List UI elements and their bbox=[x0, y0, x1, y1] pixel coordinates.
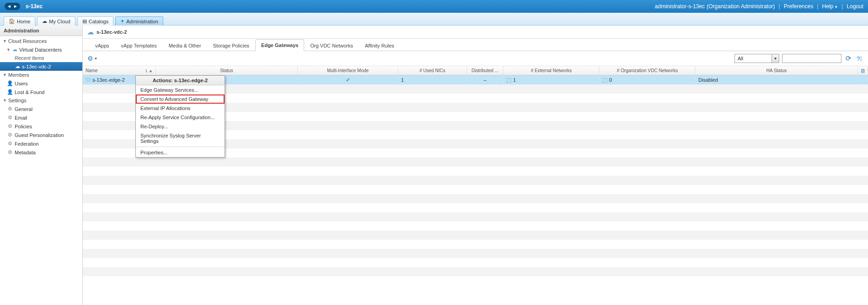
col-used-nics[interactable]: # Used NICs bbox=[398, 66, 467, 75]
tab-catalogs[interactable]: ▤ Catalogs bbox=[77, 16, 113, 26]
tab-administration-label: Administration bbox=[126, 19, 158, 24]
ctx-properties[interactable]: Properties... bbox=[136, 148, 225, 157]
tree-toggle-icon[interactable]: ▼ bbox=[6, 47, 11, 52]
tab-mycloud[interactable]: ☁ My Cloud bbox=[37, 16, 75, 26]
main-layout: Administration ▼ Cloud Resources ▼ ☁ Vir… bbox=[0, 26, 868, 305]
actions-gear-button[interactable]: ⚙ ▼ bbox=[87, 54, 97, 63]
col-org-vdc-networks[interactable]: # Organization VDC Networks bbox=[600, 66, 696, 75]
sidebar-general[interactable]: ⚙ General bbox=[0, 105, 82, 113]
logout-link[interactable]: Logout bbox=[847, 3, 863, 10]
tree-toggle-icon[interactable]: ▼ bbox=[3, 39, 7, 43]
label: Lost & Found bbox=[15, 89, 44, 95]
col-name[interactable]: Name 1 ▲ bbox=[83, 66, 156, 75]
sep: | bbox=[817, 3, 818, 10]
sidebar: Administration ▼ Cloud Resources ▼ ☁ Vir… bbox=[0, 26, 83, 305]
ctx-edge-services[interactable]: Edge Gateway Services... bbox=[136, 85, 225, 95]
breadcrumb: ☁ s-13ec-vdc-2 bbox=[83, 26, 868, 39]
refresh-button[interactable]: ⟳ bbox=[844, 54, 852, 63]
col-ha-status[interactable]: HA Status bbox=[696, 66, 858, 75]
sidebar-email[interactable]: ⚙ Email bbox=[0, 113, 82, 122]
table-row bbox=[83, 203, 868, 212]
user-icon: 👤 bbox=[6, 80, 14, 86]
sidebar-members[interactable]: ▼ Members bbox=[0, 71, 82, 79]
sidebar-metadata[interactable]: ⚙ Metadata bbox=[0, 148, 82, 157]
col-distributed[interactable]: Distributed ... bbox=[467, 66, 504, 75]
gear-icon: ⚙ bbox=[6, 106, 14, 112]
label: Federation bbox=[15, 141, 39, 147]
label: s-13ec-edge-2 bbox=[92, 77, 125, 83]
table-row bbox=[83, 240, 868, 249]
ctx-reapply-config[interactable]: Re-Apply Service Configuration... bbox=[136, 113, 225, 122]
tab-edge-gateways[interactable]: Edge Gateways bbox=[255, 39, 304, 51]
gear-icon: ⚙ bbox=[6, 149, 14, 155]
label: Recent Items bbox=[15, 55, 44, 61]
table-row bbox=[83, 258, 868, 267]
sidebar-title: Administration bbox=[0, 26, 82, 36]
cell-ext-networks: ⬚ 1 bbox=[504, 75, 600, 85]
sidebar-federation[interactable]: ⚙ Federation bbox=[0, 139, 82, 148]
main-nav: 🏠 Home ☁ My Cloud ▤ Catalogs ✦ Administr… bbox=[0, 13, 868, 26]
user-icon: 👤 bbox=[6, 89, 14, 95]
col-external-networks[interactable]: # External Networks bbox=[504, 66, 600, 75]
breadcrumb-title: s-13ec-vdc-2 bbox=[96, 29, 127, 35]
table-row bbox=[83, 194, 868, 203]
tab-storage-policies[interactable]: Storage Policies bbox=[207, 40, 256, 51]
sidebar-lost-found[interactable]: 👤 Lost & Found bbox=[0, 88, 82, 96]
filter-combo[interactable]: All ▼ bbox=[734, 54, 779, 63]
col-multi-interface[interactable]: Multi-Interface Mode bbox=[298, 66, 398, 75]
tab-org-vdc-networks[interactable]: Org VDC Networks bbox=[304, 40, 359, 51]
label: Cloud Resources bbox=[8, 38, 47, 44]
tab-vapps[interactable]: vApps bbox=[89, 40, 115, 51]
grid-header: Name 1 ▲ Status Multi-Interface Mode # U… bbox=[83, 66, 868, 75]
content-area: ☁ s-13ec-vdc-2 vApps vApp Templates Medi… bbox=[83, 26, 868, 305]
cloud-icon: ☁ bbox=[42, 18, 47, 24]
cell-org-networks: ⬚ 0 bbox=[600, 75, 696, 85]
context-menu: Actions: s-13ec-edge-2 Edge Gateway Serv… bbox=[135, 75, 225, 158]
help-button[interactable]: ?⃝ bbox=[855, 54, 863, 63]
sidebar-cloud-resources[interactable]: ▼ Cloud Resources bbox=[0, 37, 82, 45]
label: 0 bbox=[609, 77, 612, 83]
ctx-external-ip[interactable]: External IP Allocations bbox=[136, 104, 225, 113]
grid-toolbar: ⚙ ▼ All ▼ ⟳ ?⃝ bbox=[83, 51, 868, 66]
sidebar-settings[interactable]: ▼ Settings bbox=[0, 96, 82, 105]
ctx-redeploy[interactable]: Re-Deploy... bbox=[136, 122, 225, 131]
sidebar-policies[interactable]: ⚙ Policies bbox=[0, 122, 82, 131]
tab-media[interactable]: Media & Other bbox=[163, 40, 207, 51]
tab-home[interactable]: 🏠 Home bbox=[4, 16, 35, 26]
label: Email bbox=[15, 115, 27, 121]
table-row bbox=[83, 176, 868, 185]
label: Members bbox=[8, 72, 29, 78]
user-name[interactable]: administrator-s-13ec bbox=[655, 3, 705, 10]
home-icon: 🏠 bbox=[9, 18, 15, 24]
sep: | bbox=[779, 3, 780, 10]
detail-tabs: vApps vApp Templates Media & Other Stora… bbox=[83, 39, 868, 51]
col-config-button[interactable]: ▥ bbox=[858, 66, 868, 75]
network-icon: ⬚ bbox=[506, 77, 511, 83]
ctx-convert-advanced[interactable]: Convert to Advanced Gateway bbox=[136, 95, 225, 104]
tree-toggle-icon[interactable]: ▼ bbox=[3, 73, 7, 77]
top-header: ◄ ► s-13ec administrator-s-13ec (Organiz… bbox=[0, 0, 868, 13]
nav-back-icon[interactable]: ◄ bbox=[6, 3, 12, 10]
table-row bbox=[83, 249, 868, 258]
tab-administration[interactable]: ✦ Administration bbox=[115, 16, 163, 26]
gear-icon: ⚙ bbox=[87, 55, 93, 62]
search-input[interactable] bbox=[782, 54, 841, 63]
user-role: (Organization Administrator) bbox=[707, 3, 775, 10]
tab-vapp-templates[interactable]: vApp Templates bbox=[115, 40, 163, 51]
sidebar-users[interactable]: 👤 Users bbox=[0, 79, 82, 88]
sidebar-guest-personalization[interactable]: ⚙ Guest Personalization bbox=[0, 131, 82, 139]
table-row bbox=[83, 267, 868, 276]
sidebar-recent-items: Recent Items bbox=[0, 54, 82, 62]
preferences-link[interactable]: Preferences bbox=[784, 3, 814, 10]
table-row bbox=[83, 276, 868, 285]
tree-toggle-icon[interactable]: ▼ bbox=[3, 98, 7, 103]
chevron-down-icon[interactable]: ▼ bbox=[772, 54, 779, 63]
col-status[interactable]: Status bbox=[156, 66, 298, 75]
tab-affinity-rules[interactable]: Affinity Rules bbox=[359, 40, 400, 51]
toolbar-right: All ▼ ⟳ ?⃝ bbox=[734, 54, 863, 63]
nav-forward-icon[interactable]: ► bbox=[12, 3, 19, 10]
ctx-sync-syslog[interactable]: Synchronize Syslog Server Settings bbox=[136, 131, 225, 146]
sidebar-virtual-datacenters[interactable]: ▼ ☁ Virtual Datacenters bbox=[0, 45, 82, 54]
sidebar-vdc-item[interactable]: ☁ s-13ec-vdc-2 bbox=[0, 62, 82, 71]
help-link[interactable]: Help▼ bbox=[822, 3, 838, 10]
